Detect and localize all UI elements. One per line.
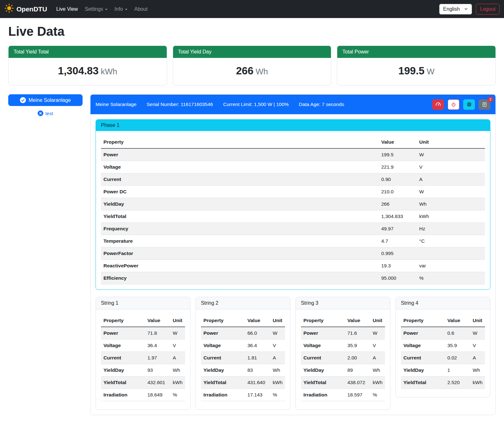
property-value: 2.00: [345, 352, 370, 364]
property-value: 0.6: [445, 327, 470, 340]
table-header-row: Property Value Unit: [401, 315, 485, 327]
property-unit: A: [370, 352, 385, 364]
property-name: Frequency: [101, 223, 379, 235]
property-name: Power: [301, 327, 345, 340]
table-row: Voltage221.9V: [101, 161, 485, 173]
summary-card-total-yield-day: Total Yield Day 266Wh: [173, 46, 332, 85]
property-value: 1: [445, 364, 470, 377]
property-unit: W: [370, 327, 385, 340]
property-name: ReactivePower: [101, 260, 379, 272]
brand[interactable]: OpenDTU: [4, 3, 47, 15]
property-name: Power: [101, 148, 379, 161]
property-name: YieldDay: [101, 198, 379, 210]
summary-card-total-power: Total Power 199.5W: [337, 46, 496, 85]
string-card-3: String 3 Property Value Unit: [296, 297, 390, 410]
string-card-body: Property Value Unit Power71.6WVoltage35.…: [296, 309, 390, 409]
language-label: English: [443, 6, 460, 12]
property-value: 35.9: [345, 340, 370, 352]
x-circle-icon: [38, 110, 43, 116]
table-row: Power71.8W: [101, 327, 185, 340]
property-name: Temperature: [101, 235, 379, 247]
property-unit: A: [417, 173, 485, 186]
property-value: 4.7: [379, 235, 417, 247]
property-unit: kWh: [470, 377, 485, 389]
string-card-body: Property Value Unit Power66.0WVoltage36.…: [196, 309, 290, 409]
table-header-row: Property Value Unit: [101, 315, 185, 327]
property-name: Irradiation: [301, 389, 345, 401]
summary-unit: W: [427, 67, 435, 76]
column-header-property: Property: [101, 136, 379, 148]
power-toggle-button[interactable]: [448, 99, 459, 110]
property-name: YieldDay: [301, 364, 345, 377]
property-unit: %: [370, 389, 385, 401]
inverter-current-limit: Current Limit: 1,500 W | 100%: [223, 102, 289, 107]
inverter-card-header: Meine Solaranlage Serial Number: 1161716…: [90, 95, 495, 114]
property-unit: °C: [417, 235, 485, 247]
property-name: Current: [101, 352, 145, 364]
column-header-property: Property: [301, 315, 345, 327]
property-name: Current: [101, 173, 379, 186]
property-name: YieldTotal: [201, 377, 245, 389]
column-header-unit: Unit: [370, 315, 385, 327]
top-navbar: OpenDTU Live View Settings Info About En…: [0, 0, 504, 18]
table-row: Voltage36.4V: [201, 340, 285, 352]
inverter-tab-selected[interactable]: Meine Solaranlage: [8, 94, 83, 106]
nav-item-info[interactable]: Info: [111, 4, 131, 15]
property-name: Power: [401, 327, 445, 340]
property-unit: A: [470, 352, 485, 364]
property-value: 0.02: [445, 352, 470, 364]
column-header-value: Value: [245, 315, 270, 327]
logout-button[interactable]: Logout: [476, 4, 500, 15]
table-row: Voltage35.9V: [401, 340, 485, 352]
property-unit: %: [417, 272, 485, 284]
string-table: Property Value Unit Power71.8WVoltage36.…: [101, 315, 185, 401]
summary-value: 199.5: [398, 65, 425, 77]
property-name: Current: [201, 352, 245, 364]
property-unit: %: [170, 389, 185, 401]
property-name: YieldTotal: [301, 377, 345, 389]
property-value: 1.97: [145, 352, 170, 364]
table-row: YieldDay93Wh: [101, 364, 185, 377]
property-unit: kWh: [270, 377, 285, 389]
table-header-row: Property Value Unit: [201, 315, 285, 327]
property-name: YieldTotal: [101, 377, 145, 389]
inverter-tab-test[interactable]: test: [8, 110, 83, 116]
property-unit: Wh: [170, 364, 185, 377]
language-select[interactable]: English: [439, 4, 472, 15]
nav-item-live-view[interactable]: Live View: [53, 4, 81, 15]
content-row: Meine Solaranlage test Meine Solaranlage…: [8, 94, 496, 415]
table-row: Efficiency95.000%: [101, 272, 485, 284]
page-content: Live Data Total Yield Total 1,304.83kWh …: [0, 24, 504, 425]
summary-card-title: Total Power: [337, 46, 495, 58]
phase-table: Property Value Unit Power199.5WVoltage22…: [101, 136, 485, 284]
property-unit: A: [170, 352, 185, 364]
summary-value: 266: [236, 65, 253, 77]
property-name: PowerFactor: [101, 247, 379, 260]
table-row: Voltage35.9V: [301, 340, 385, 352]
string-card-body: Property Value Unit Power71.8WVoltage36.…: [96, 309, 190, 409]
phase-card: Phase 1 Property Value Unit Power199.5WV…: [96, 119, 490, 290]
nav-item-settings[interactable]: Settings: [81, 4, 111, 15]
property-unit: Wh: [417, 198, 485, 210]
property-value: 71.8: [145, 327, 170, 340]
property-value: 36.4: [145, 340, 170, 352]
property-unit: kWh: [370, 377, 385, 389]
property-unit: V: [270, 340, 285, 352]
table-row: YieldDay266Wh: [101, 198, 485, 210]
column-header-value: Value: [145, 315, 170, 327]
property-value: 199.5: [379, 148, 417, 161]
event-log-button[interactable]: 2: [479, 99, 490, 110]
column-header-value: Value: [345, 315, 370, 327]
column-header-property: Property: [101, 315, 145, 327]
property-name: YieldTotal: [101, 210, 379, 223]
property-name: Irradiation: [101, 389, 145, 401]
property-value: 19.3: [379, 260, 417, 272]
limit-settings-button[interactable]: [432, 99, 444, 110]
property-value: 210.0: [379, 186, 417, 198]
inverter-actions: 2: [432, 99, 490, 110]
string-card-2: String 2 Property Value Unit: [196, 297, 290, 410]
device-info-button[interactable]: [463, 99, 475, 110]
table-row: Current0.90A: [101, 173, 485, 186]
nav-item-about[interactable]: About: [131, 4, 151, 15]
table-row: YieldDay1Wh: [401, 364, 485, 377]
